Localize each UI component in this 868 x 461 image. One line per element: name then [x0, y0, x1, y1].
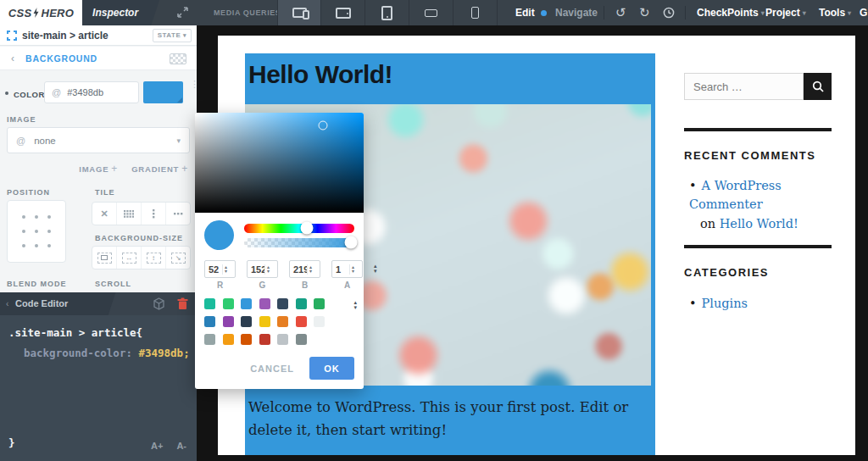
edit-mode-label[interactable]: Edit	[515, 0, 535, 25]
ok-button[interactable]: OK	[309, 357, 354, 380]
alpha-input[interactable]	[332, 264, 349, 275]
palette-swatch[interactable]	[241, 334, 252, 345]
select-target-icon[interactable]	[7, 31, 17, 41]
redo-icon[interactable]: ↻	[639, 0, 650, 25]
tile-repeat-button[interactable]	[117, 203, 142, 225]
size-cover-button[interactable]: ↘	[166, 247, 190, 269]
history-clock-icon[interactable]	[663, 7, 675, 19]
menu-checkpoints[interactable]: CheckPoints▾	[697, 0, 765, 26]
undo-icon[interactable]: ↺	[615, 0, 626, 25]
image-select-dropdown[interactable]: @ none ▾	[7, 127, 190, 153]
saturation-marker[interactable]	[319, 121, 328, 131]
menu-project[interactable]: Project▾	[765, 0, 806, 26]
palette-swatch[interactable]	[296, 298, 307, 309]
size-width-button[interactable]: ↔	[117, 247, 142, 269]
position-dot[interactable]	[47, 230, 51, 233]
size-height-button[interactable]: ↕	[142, 247, 166, 269]
blue-input[interactable]	[290, 264, 307, 275]
palette-swatch[interactable]	[223, 316, 234, 327]
navigate-mode-label[interactable]: Navigate	[555, 0, 598, 25]
palette-swatch[interactable]	[241, 298, 252, 309]
trash-icon[interactable]	[177, 297, 188, 310]
font-decrease-button[interactable]: A-	[176, 441, 186, 451]
palette-swatch[interactable]	[259, 316, 270, 327]
device-tablet-portrait-button[interactable]	[365, 0, 409, 25]
tile-repeat-y-button[interactable]	[142, 203, 166, 225]
stepper-arrows-icon[interactable]: ▴▾	[264, 264, 271, 275]
comment-author-link[interactable]: A WordPress Commenter	[689, 179, 782, 211]
drag-handle-dots-icon[interactable]: ⋮	[190, 80, 199, 88]
device-tablet-landscape-button[interactable]	[321, 0, 365, 25]
palette-swatch[interactable]	[259, 298, 270, 309]
palette-swatch[interactable]	[296, 316, 307, 327]
color-mode-toggle-icon[interactable]: ▴▾	[374, 264, 377, 274]
code-selector-line[interactable]: .site-main > article{	[8, 326, 142, 339]
current-color-swatch[interactable]	[204, 220, 234, 250]
position-dot[interactable]	[35, 215, 38, 219]
post-content[interactable]: Welcome to WordPress. This is your first…	[248, 396, 650, 442]
export-cube-icon[interactable]	[153, 297, 165, 310]
palette-swatch[interactable]	[204, 334, 215, 345]
tile-none-button[interactable]: ✕	[92, 203, 117, 225]
selector-breadcrumb[interactable]: site-main > article	[22, 25, 108, 46]
palette-pager-icon[interactable]: ▴▾	[353, 300, 357, 310]
palette-swatch[interactable]	[204, 298, 215, 309]
add-gradient-button[interactable]: GRADIENT+	[131, 163, 188, 175]
search-button[interactable]	[804, 73, 832, 100]
red-input[interactable]	[205, 264, 222, 275]
position-dot[interactable]	[35, 244, 38, 247]
stepper-arrows-icon[interactable]: ▴▾	[349, 264, 356, 275]
tab-inspector[interactable]: Inspector	[71, 0, 159, 25]
palette-swatch[interactable]	[223, 334, 234, 345]
palette-swatch[interactable]	[277, 298, 288, 309]
position-dot[interactable]	[22, 230, 25, 233]
position-dot[interactable]	[22, 215, 25, 219]
cancel-button[interactable]: CANCEL	[250, 364, 294, 374]
palette-swatch[interactable]	[296, 334, 307, 345]
app-logo[interactable]: CSS HERO	[0, 0, 82, 25]
palette-swatch[interactable]	[259, 334, 270, 345]
state-dropdown[interactable]: STATE ▾	[153, 29, 192, 42]
device-phone-landscape-button[interactable]	[409, 0, 453, 25]
font-increase-button[interactable]: A+	[151, 441, 163, 451]
green-input[interactable]	[248, 264, 264, 275]
device-phone-portrait-button[interactable]	[453, 0, 498, 25]
category-link[interactable]: Plugins	[702, 297, 748, 310]
palette-swatch[interactable]	[223, 298, 234, 309]
device-desktop-and-phone-button[interactable]	[277, 0, 321, 25]
color-value-field[interactable]: @ #3498db	[44, 81, 139, 103]
menu-truncated[interactable]: G	[860, 0, 867, 25]
fullscreen-expand-icon[interactable]	[176, 6, 189, 19]
tile-repeat-x-button[interactable]	[166, 203, 190, 225]
alpha-slider-handle[interactable]	[345, 236, 358, 249]
comment-post-link[interactable]: Hello World!	[720, 217, 798, 230]
code-declaration-line[interactable]: background-color: #3498db;	[24, 347, 190, 359]
position-dot[interactable]	[22, 244, 25, 247]
size-auto-button[interactable]	[92, 247, 117, 269]
menu-tools[interactable]: Tools▾	[819, 0, 851, 26]
saturation-value-area[interactable]	[195, 113, 364, 213]
position-dot[interactable]	[47, 244, 51, 247]
stepper-arrows-icon[interactable]: ▴▾	[307, 264, 314, 275]
add-image-button[interactable]: IMAGE+	[79, 163, 118, 175]
color-swatch-button[interactable]	[143, 81, 183, 103]
palette-swatch[interactable]	[204, 316, 215, 327]
palette-swatch[interactable]	[314, 298, 325, 309]
palette-swatch[interactable]	[314, 316, 325, 327]
position-dot[interactable]	[35, 230, 38, 233]
hue-slider[interactable]	[244, 224, 354, 233]
palette-swatch[interactable]	[277, 334, 288, 345]
search-input[interactable]	[684, 73, 804, 100]
chevron-left-icon[interactable]: ‹	[11, 47, 14, 70]
position-dot[interactable]	[47, 215, 51, 219]
selector-bar: site-main > article STATE ▾	[0, 25, 197, 46]
palette-swatch[interactable]	[277, 316, 288, 327]
hue-slider-handle[interactable]	[301, 222, 314, 235]
alpha-slider[interactable]	[244, 238, 354, 247]
post-title[interactable]: Hello World!	[248, 60, 392, 89]
palette-swatch[interactable]	[241, 316, 252, 327]
transparency-checker-icon[interactable]	[170, 53, 186, 64]
edit-mode-toggle[interactable]	[541, 10, 547, 16]
stepper-arrows-icon[interactable]: ▴▾	[222, 264, 229, 275]
background-section-label[interactable]: BACKGROUND	[25, 47, 97, 70]
